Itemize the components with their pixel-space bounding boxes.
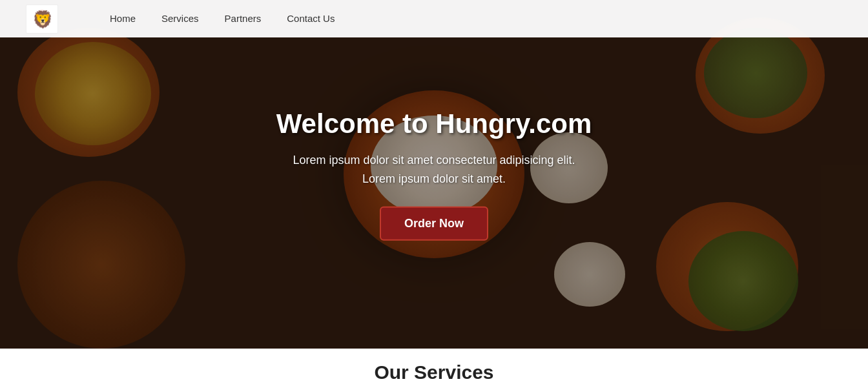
order-now-button[interactable]: Order Now xyxy=(380,206,488,240)
hero-title: Welcome to Hungry.com xyxy=(240,108,628,139)
hero-subtitle: Lorem ipsum dolor sit amet consectetur a… xyxy=(240,151,628,188)
nav-services[interactable]: Services xyxy=(161,13,199,24)
svg-text:🦁: 🦁 xyxy=(32,9,54,30)
navbar: 🦁 Home Services Partners Contact Us xyxy=(0,0,868,37)
hero-section: Welcome to Hungry.com Lorem ipsum dolor … xyxy=(0,0,868,349)
hero-subtitle-line2: Lorem ipsum dolor sit amet. xyxy=(362,172,506,185)
logo[interactable]: 🦁 xyxy=(26,5,58,34)
services-heading: Our Services xyxy=(0,361,868,383)
hero-subtitle-line1: Lorem ipsum dolor sit amet consectetur a… xyxy=(293,154,575,167)
nav-partners[interactable]: Partners xyxy=(225,13,262,24)
services-section: Our Services xyxy=(0,349,868,386)
nav-contact[interactable]: Contact Us xyxy=(287,13,335,24)
hero-content: Welcome to Hungry.com Lorem ipsum dolor … xyxy=(240,108,628,241)
nav-links: Home Services Partners Contact Us xyxy=(110,13,335,25)
nav-home[interactable]: Home xyxy=(110,13,136,24)
logo-icon: 🦁 xyxy=(29,7,55,30)
